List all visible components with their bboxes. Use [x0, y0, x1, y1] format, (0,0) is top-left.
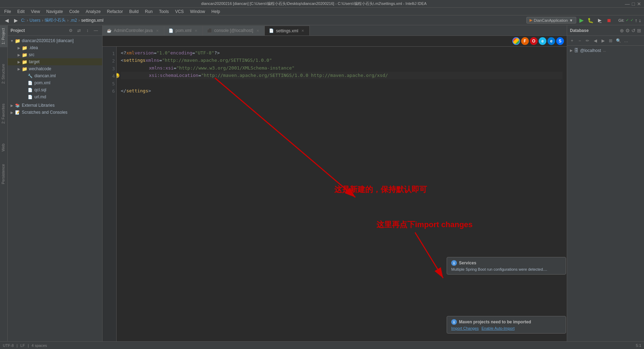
side-tab-favorites[interactable]: 2: Favorites	[0, 101, 7, 126]
menu-file[interactable]: File	[1, 8, 14, 15]
menu-window[interactable]: Window	[187, 8, 208, 15]
tab-pom-close[interactable]: ✕	[193, 28, 198, 33]
run-config-selector[interactable]: ▶ DianCanApplication ▼	[526, 17, 576, 24]
sidebar-collapse-icon[interactable]: ↕	[84, 27, 91, 34]
opera-icon[interactable]: O	[530, 37, 538, 45]
breadcrumb-m2[interactable]: .m2	[70, 18, 77, 23]
breadcrumb-username[interactable]: 编程小石头	[45, 17, 66, 23]
title-text: diancan20200216 [diancan] [C:\Users\编程小石…	[3, 1, 625, 6]
db-tb-filter[interactable]: 🔍	[615, 37, 622, 44]
side-tab-structure[interactable]: 2: Structure	[0, 61, 7, 87]
sidebar-sync-icon[interactable]: ⇄	[75, 27, 83, 34]
sidebar-gear-icon[interactable]: ⚙	[67, 27, 74, 34]
side-tab-project[interactable]: 1: Project	[0, 25, 7, 47]
menu-vcs[interactable]: VCS	[172, 8, 187, 15]
status-indent[interactable]: 4 spaces	[32, 343, 47, 348]
services-title: Services	[459, 261, 476, 265]
right-panel-header: Database ⊕ ⚙ ↺ ⊞	[567, 25, 644, 36]
code-editor[interactable]: 1 2 3 4 5 6 <?xml version="1.0" encoding…	[103, 46, 567, 341]
db-tb-layout[interactable]: ⊞	[607, 37, 614, 44]
md-icon: 📄	[27, 94, 33, 100]
status-encoding[interactable]: UTF-8	[3, 343, 14, 348]
menu-build[interactable]: Build	[126, 8, 142, 15]
menu-edit[interactable]: Edit	[14, 8, 27, 15]
maximize-btn[interactable]: □	[632, 1, 635, 7]
right-panel-toolbar: + − ✏ ◀ ▶ ⊞ 🔍 …	[567, 36, 644, 46]
db-localhost-label: @localhost	[580, 48, 601, 53]
tab-admin-close[interactable]: ✕	[155, 28, 160, 33]
tree-target[interactable]: ▶ 📁 target	[8, 58, 102, 65]
edge-icon[interactable]: e	[547, 37, 555, 45]
close-btn[interactable]: ✕	[637, 1, 641, 7]
db-tb-more[interactable]: …	[623, 37, 630, 44]
tree-scratches[interactable]: ▶ 📝 Scratches and Consoles	[8, 109, 102, 116]
git-update-icon[interactable]: ↑	[635, 18, 637, 23]
status-line-ending[interactable]: LF	[20, 343, 25, 348]
db-add-icon[interactable]: ⊕	[620, 28, 624, 33]
side-tab-web[interactable]: Web	[0, 141, 7, 154]
tab-console[interactable]: ⬛ console [@localhost] ✕	[203, 26, 265, 35]
tab-settings[interactable]: 📄 settings.xml ✕	[265, 26, 310, 35]
db-tb-edit[interactable]: ✏	[584, 37, 591, 44]
db-tb-add[interactable]: +	[569, 37, 576, 44]
tree-root[interactable]: ▼ 📁 diancan20200216 [diancan]	[8, 37, 102, 44]
db-settings-icon[interactable]: ⚙	[625, 28, 630, 33]
menu-view[interactable]: View	[28, 8, 43, 15]
target-label: target	[29, 59, 40, 64]
chrome-icon[interactable]	[512, 37, 520, 45]
menu-help[interactable]: Help	[209, 8, 223, 15]
forward-button[interactable]: ▶	[12, 17, 20, 24]
tree-iml[interactable]: 🔧 diancan.iml	[8, 72, 102, 79]
tab-console-close[interactable]: ✕	[255, 28, 260, 33]
tree-pom[interactable]: 📄 pom.xml	[8, 79, 102, 86]
tree-md[interactable]: 📄 url.md	[8, 93, 102, 100]
menu-tools[interactable]: Tools	[156, 8, 172, 15]
menu-code[interactable]: Code	[66, 8, 82, 15]
tab-admin-controller[interactable]: ☕ AdminController.java ✕	[103, 26, 164, 35]
sidebar-close-icon[interactable]: —	[92, 27, 99, 34]
ie-icon[interactable]: e	[539, 37, 546, 45]
tree-src[interactable]: ▶ 📁 src	[8, 51, 102, 58]
tree-sql[interactable]: 📄 qcl.sql	[8, 86, 102, 93]
menu-analyze[interactable]: Analyze	[83, 8, 104, 15]
ext-libs-arrow: ▶	[9, 103, 15, 108]
db-refresh-icon[interactable]: ↺	[631, 28, 636, 33]
db-more-icon[interactable]: ⊞	[637, 28, 641, 33]
db-tb-nav-forward[interactable]: ▶	[599, 37, 606, 44]
window-controls: — □ ✕	[625, 1, 641, 7]
back-button[interactable]: ◀	[3, 17, 11, 24]
title-bar: diancan20200216 [diancan] [C:\Users\编程小石…	[0, 0, 644, 8]
db-tb-remove[interactable]: −	[576, 37, 583, 44]
git-push-icon[interactable]: ↓	[639, 18, 641, 23]
db-tb-nav-back[interactable]: ◀	[592, 37, 599, 44]
breadcrumb-users[interactable]: Users	[29, 18, 40, 23]
tab-settings-close[interactable]: ✕	[300, 28, 305, 33]
tab-pom[interactable]: 📄 pom.xml ✕	[164, 26, 203, 35]
tree-idea[interactable]: ▶ 📁 .idea	[8, 44, 102, 51]
tree-wechatcode[interactable]: ▶ 📁 wechatcode	[8, 65, 102, 72]
breadcrumb: C: › Users › 编程小石头 › .m2 › settings.xml	[21, 17, 104, 23]
run-button[interactable]: ▶	[578, 17, 585, 24]
db-expand-arrow: ▶	[570, 48, 573, 52]
firefox-icon[interactable]: F	[521, 37, 529, 45]
tab-pom-label: pom.xml	[176, 28, 191, 33]
src-label: src	[29, 52, 34, 57]
minimize-btn[interactable]: —	[625, 1, 630, 7]
git-check-icon[interactable]: ✓	[626, 18, 629, 22]
git-x-icon[interactable]: ✓	[630, 18, 633, 22]
db-localhost-item[interactable]: ▶ 🗄 @localhost ...	[569, 47, 643, 54]
menu-refactor[interactable]: Refactor	[104, 8, 126, 15]
run-coverage-button[interactable]: ▶̲	[596, 17, 604, 24]
safari-icon[interactable]: S	[556, 37, 564, 45]
breadcrumb-c[interactable]: C:	[21, 18, 25, 23]
menu-navigate[interactable]: Navigate	[44, 8, 66, 15]
debug-button[interactable]: 🐛	[587, 17, 594, 24]
notification-actions: Import Changes Enable Auto-Import	[451, 326, 561, 330]
side-tab-persistence[interactable]: Persistence	[0, 161, 7, 187]
tree-external-libs[interactable]: ▶ 📚 External Libraries	[8, 102, 102, 109]
stop-button[interactable]: ⏹	[605, 17, 613, 24]
menu-run[interactable]: Run	[142, 8, 156, 15]
enable-auto-import-link[interactable]: Enable Auto-Import	[481, 326, 514, 330]
import-changes-link[interactable]: Import Changes	[451, 326, 479, 330]
code-content[interactable]: <?xml version="1.0" encoding="UTF-8"?> <…	[117, 46, 567, 341]
